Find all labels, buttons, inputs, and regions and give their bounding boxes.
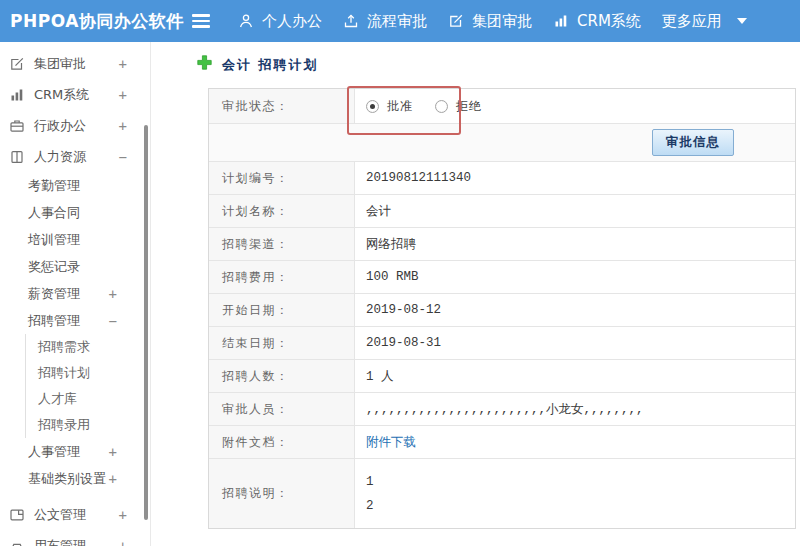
form-row-attachment: 附件文档： 附件下载 [209,426,795,459]
expand-toggle[interactable]: + [119,538,127,546]
form-row-plan-name: 计划名称： 会计 [209,195,795,228]
radio-reject[interactable] [435,100,448,113]
caret-down-icon[interactable] [743,18,747,24]
form-row-recruit-cost: 招聘费用： 100 RMB [209,261,795,294]
expand-toggle[interactable]: + [119,118,127,134]
field-label: 招聘渠道： [209,228,355,260]
sidebar-item-label: 人力资源 [34,148,86,166]
attachment-download-link[interactable]: 附件下载 [366,434,416,451]
field-label: 结束日期： [209,327,355,359]
hamburger-icon[interactable] [192,14,210,28]
approval-info-button[interactable]: 审批信息 [652,129,734,156]
sidebar-item-hr-contract[interactable]: 人事合同 [0,199,150,226]
sidebar-item-group-approval[interactable]: 集团审批 + [0,48,150,79]
sidebar-item-training-mgmt[interactable]: 培训管理 [0,226,150,253]
field-label: 审批状态： [209,89,355,123]
title-row: 会计 招聘计划 [197,55,800,74]
field-value: 网络招聘 [355,228,795,260]
recruit-plan-form: 审批状态： 批准 拒绝 审批信息 计划编号： 20190812111340 计划… [208,88,796,529]
field-label: 计划编号： [209,162,355,194]
field-value: 2019-08-12 [355,294,795,326]
sidebar-item-base-category-settings[interactable]: 基础类别设置 + [0,465,150,492]
sidebar-item-recruit-plan[interactable]: 招聘计划 [26,360,150,386]
expand-toggle[interactable]: + [119,87,127,103]
field-label: 附件文档： [209,426,355,458]
sidebar-item-recruit-hiring[interactable]: 招聘录用 [26,412,150,438]
sidebar-item-vehicle-mgmt[interactable]: 用车管理 + [0,530,150,546]
expand-toggle[interactable]: + [109,444,117,460]
bar-chart-icon [9,86,26,103]
sidebar-item-recruit-demand[interactable]: 招聘需求 [26,334,150,360]
expand-toggle[interactable]: + [109,471,117,487]
field-label: 招聘说明： [209,459,355,528]
sidebar-item-label: 用车管理 [34,537,86,546]
sidebar: 集团审批 + CRM系统 + 行政办公 + 人力资源 − 考勤管 [0,42,151,546]
sidebar-item-label: 奖惩记录 [28,258,80,276]
sidebar-item-label: 考勤管理 [28,177,80,195]
sidebar-item-label: 人事管理 [28,443,80,461]
sidebar-item-attendance-mgmt[interactable]: 考勤管理 [0,172,150,199]
expand-toggle[interactable]: − [119,149,127,165]
form-row-headcount: 招聘人数： 1 人 [209,360,795,393]
form-row-recruit-channel: 招聘渠道： 网络招聘 [209,228,795,261]
form-row-plan-number: 计划编号： 20190812111340 [209,162,795,195]
nav-label: 更多应用 [662,12,722,31]
field-label: 开始日期： [209,294,355,326]
form-row-description: 招聘说明： 1 2 [209,459,795,528]
main-content: 会计 招聘计划 审批状态： 批准 拒绝 审批信息 计划编号： 201908121… [152,42,800,546]
field-value: 100 RMB [355,261,795,293]
form-row-button: 审批信息 [209,124,795,162]
sidebar-item-talent-pool[interactable]: 人才库 [26,386,150,412]
sidebar-item-label: 培训管理 [28,231,80,249]
sidebar-item-label: 招聘计划 [38,364,90,382]
sidebar-item-label: 人才库 [38,390,77,408]
nav-crm-system[interactable]: CRM系统 [553,12,641,31]
sidebar-scrollbar[interactable] [144,125,148,520]
sidebar-item-reward-records[interactable]: 奖惩记录 [0,253,150,280]
sidebar-item-human-resources[interactable]: 人力资源 − [0,141,150,172]
briefcase-icon [9,117,26,134]
field-value: 20190812111340 [355,162,795,194]
radio-approve-label: 批准 [387,98,413,115]
nav-label: 个人办公 [262,12,322,31]
page-title: 会计 招聘计划 [222,56,319,74]
field-label: 招聘费用： [209,261,355,293]
sidebar-item-salary-mgmt[interactable]: 薪资管理 + [0,280,150,307]
sidebar-item-document-mgmt[interactable]: 公文管理 + [0,499,150,530]
radio-approve[interactable] [366,100,379,113]
expand-toggle[interactable]: + [119,56,127,72]
nav-more-apps[interactable]: 更多应用 [662,12,722,31]
user-icon [238,13,254,29]
nav-group-approval[interactable]: 集团审批 [448,12,532,31]
process-icon [343,13,359,29]
form-row-start-date: 开始日期： 2019-08-12 [209,294,795,327]
field-value: 2019-08-31 [355,327,795,359]
sidebar-item-recruit-mgmt[interactable]: 招聘管理 − [0,307,150,334]
radio-reject-label: 拒绝 [456,98,482,115]
top-header: PHPOA协同办公软件 个人办公 流程审批 集团审批 [0,0,800,42]
sidebar-item-label: 集团审批 [34,55,86,73]
nav-label: CRM系统 [577,12,641,31]
expand-toggle[interactable]: + [109,286,117,302]
sidebar-item-admin-office[interactable]: 行政办公 + [0,110,150,141]
sidebar-item-label: 招聘管理 [28,312,80,330]
expand-toggle[interactable]: − [109,313,117,329]
sidebar-item-label: 基础类别设置 [28,470,106,488]
sidebar-item-personnel-mgmt[interactable]: 人事管理 + [0,438,150,465]
sidebar-item-crm-system[interactable]: CRM系统 + [0,79,150,110]
nav-personal-office[interactable]: 个人办公 [238,12,322,31]
book-icon [9,148,26,165]
sidebar-item-label: CRM系统 [34,86,89,104]
field-value: ,,,,,,,,,,,,,,,,,,,,,,,,小龙女,,,,,,,, [355,393,795,425]
recruit-submenu: 招聘需求 招聘计划 人才库 招聘录用 [25,334,150,438]
expand-toggle[interactable]: + [119,507,127,523]
nav-label: 集团审批 [472,12,532,31]
sidebar-item-label: 薪资管理 [28,285,80,303]
app-logo: PHPOA协同办公软件 [0,10,192,33]
nav-process-approval[interactable]: 流程审批 [343,12,427,31]
field-label: 计划名称： [209,195,355,227]
plus-icon [197,55,212,74]
sidebar-item-label: 行政办公 [34,117,86,135]
edit-square-icon [9,55,26,72]
field-value: 1 人 [355,360,795,392]
